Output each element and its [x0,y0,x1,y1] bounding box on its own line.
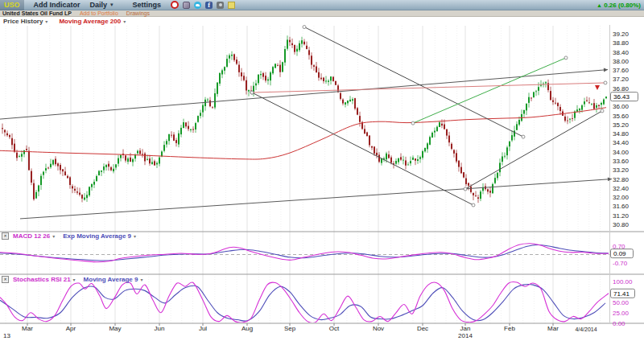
stoch-tick-label: 25.00 [613,310,630,317]
trendline-endpoint[interactable] [564,56,568,60]
trendline-endpoint[interactable] [472,203,475,207]
price-tick-label: 33.20 [613,166,630,174]
stoch-tick-label: 100.00 [613,278,633,286]
price-tick-label: 34.00 [613,149,630,156]
price-tick-label: 30.80 [613,221,630,228]
price-tick-label: 32.40 [613,185,630,192]
trendline-endpoint[interactable] [604,81,607,84]
month-label: Nov [373,325,384,332]
value-box-label: 36.43 [613,93,630,101]
year-label: 2014 [458,332,473,339]
stoch-pane-header: ✕ Stochastics RSI 21 ▾ Moving Average 9 … [0,276,143,283]
price-tick-label: 32.00 [613,194,630,201]
year-left-label: 13 [3,332,10,339]
stoch-signal-caret-icon[interactable]: ▾ [140,277,142,282]
macd-close-button[interactable]: ✕ [2,232,9,240]
price-tick-label: 35.60 [613,113,630,120]
value-box-label: 71.41 [613,290,630,298]
price-tick-label: 34.80 [613,130,630,138]
macd-label-dropdown[interactable]: MACD 12 26 [13,232,50,240]
macd-pane-header: ✕ MACD 12 26 ▾ Exp Moving Average 9 ▾ [0,232,136,240]
price-tick-label: 36.00 [613,103,630,110]
price-tick-label: 39.20 [613,31,630,38]
price-tick-label: 33.60 [613,158,630,165]
month-label: Jul [199,325,207,332]
price-tick-label: 38.80 [613,39,630,47]
macd-signal-dropdown[interactable]: Exp Moving Average 9 [63,232,131,240]
price-tick-label: 32.80 [613,176,630,183]
month-label: Feb [504,325,515,332]
price-tick-label: 38.00 [613,58,630,65]
stoch-label-dropdown[interactable]: Stochastics RSI 21 [13,276,71,283]
month-label: Apr [66,325,76,332]
month-label: Dec [417,325,428,332]
month-label: Mar [22,325,33,332]
price-tick-label: 34.40 [613,139,630,146]
month-label: Aug [242,325,253,332]
month-label: Mar [547,325,559,332]
month-label: Oct [329,325,340,332]
price-tick-label: 31.60 [613,203,630,210]
macd-signal-caret-icon[interactable]: ▾ [134,233,136,239]
value-box-label: 0.09 [613,250,626,257]
trendline-endpoint[interactable] [464,187,467,191]
month-label: May [109,325,121,332]
macd-tick-label: -0.70 [613,260,628,267]
price-tick-label: 38.40 [613,49,630,56]
month-label: Jan [460,325,471,332]
price-tick-label: 36.80 [613,85,630,92]
last-date-label: 4/4/2014 [575,327,597,332]
price-tick-label: 31.20 [613,212,630,220]
macd-caret-icon[interactable]: ▾ [52,233,55,239]
trendline-endpoint[interactable] [250,91,254,94]
trendline-endpoint[interactable] [411,121,415,125]
stoch-signal-dropdown[interactable]: Moving Average 9 [84,276,138,283]
month-label: Sep [284,325,296,332]
price-tick-label: 35.20 [613,121,630,129]
month-label: Jun [155,325,165,332]
stoch-caret-icon[interactable]: ▾ [73,277,76,282]
trendline-endpoint[interactable] [303,26,306,29]
trendline-endpoint[interactable] [522,135,525,138]
stoch-close-button[interactable]: ✕ [2,276,9,283]
price-tick-label: 37.60 [613,67,630,74]
trendline-endpoint[interactable] [601,109,604,113]
stoch-tick-label: 50.00 [613,299,630,306]
stoch-tick-label: 0.00 [613,320,625,327]
price-tick-label: 37.20 [613,76,630,83]
chart-canvas[interactable]: 39.2038.8038.4038.0037.6037.2036.8036.00… [0,0,644,341]
